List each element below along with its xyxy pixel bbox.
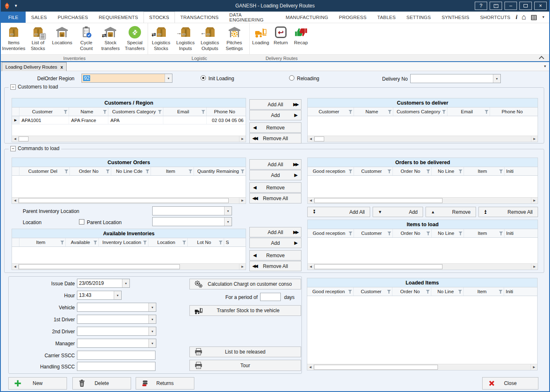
filter-icon[interactable] (219, 241, 222, 244)
scroll-left-icon[interactable]: ◀ (12, 264, 19, 270)
location-combo[interactable]: ▼ (152, 217, 232, 226)
filter-icon[interactable] (485, 110, 488, 114)
scroll-right-icon[interactable]: ▶ (239, 136, 246, 142)
items-inventories-button[interactable]: Items Inventories (2, 24, 26, 52)
scrollbar-thumb[interactable] (314, 136, 324, 141)
apps-icon[interactable] (530, 14, 538, 21)
col-good-reception[interactable]: Good reception (308, 167, 354, 175)
hour-combo[interactable]: 13:43 ▼ (77, 291, 122, 300)
scroll-right-icon[interactable]: ▶ (531, 136, 538, 142)
scrollbar-thumb[interactable] (19, 264, 180, 269)
new-button[interactable]: New (8, 377, 67, 390)
pin-button[interactable]: ↑ (490, 2, 502, 10)
combo-arrow-icon[interactable]: ▼ (493, 74, 500, 83)
filter-icon[interactable] (64, 110, 67, 114)
recap-button[interactable]: Recap (291, 24, 311, 46)
menu-purchases[interactable]: PURCHASES (52, 12, 93, 23)
inventories-remove-button[interactable]: ◀Remove (249, 250, 301, 261)
scrollbar-thumb[interactable] (314, 198, 442, 203)
table-row[interactable]: ▶ APA1001 APA France APA 02 03 04 05 06 (12, 116, 246, 124)
col-quantity-remaining[interactable]: Quantity Remaining (194, 167, 246, 175)
scroll-left-icon[interactable]: ◀ (308, 198, 314, 203)
combo-arrow-icon[interactable]: ▼ (148, 315, 156, 323)
minimize-button[interactable]: – (505, 2, 517, 10)
inventories-add-button[interactable]: Add▶ (249, 238, 301, 248)
parent-location-checkbox[interactable] (79, 219, 84, 225)
filter-icon[interactable] (103, 110, 107, 114)
inventories-remove-all-button[interactable]: ◀◀Remove All (249, 261, 301, 271)
customers-add-button[interactable]: Add▶ (249, 110, 301, 120)
col-no-line[interactable]: No Line (431, 287, 464, 296)
items-add-button[interactable]: ▼Add (373, 207, 423, 217)
col-inventory-location[interactable]: Inventory Location (99, 238, 148, 246)
col-item[interactable]: Item (464, 287, 504, 296)
col-item[interactable]: Item (151, 167, 194, 175)
col-order-no[interactable]: Order No (393, 167, 432, 175)
combo-arrow-icon[interactable]: ▼ (165, 74, 172, 82)
scroll-right-icon[interactable]: ▶ (531, 364, 537, 370)
filter-icon[interactable] (60, 241, 64, 244)
combo-arrow-icon[interactable]: ▼ (148, 327, 156, 335)
horizontal-scrollbar[interactable]: ◀ ▶ (308, 197, 538, 203)
manager-combo[interactable]: ▼ (77, 339, 156, 348)
second-driver-combo[interactable]: ▼ (77, 327, 156, 336)
filter-icon[interactable] (388, 110, 392, 114)
menu-transactions[interactable]: TRANSACTIONS (175, 12, 224, 23)
menu-data-engineering[interactable]: DATA ENGINEERING (224, 12, 280, 23)
filter-icon[interactable] (387, 290, 391, 294)
vehicle-combo[interactable]: ▼ (77, 303, 156, 312)
col-order-no[interactable]: Order No (393, 229, 432, 237)
filter-icon[interactable] (387, 170, 391, 173)
menu-file[interactable]: FILE (1, 12, 26, 23)
filter-icon[interactable] (65, 170, 68, 173)
parent-inventory-location-combo[interactable]: ▼ (152, 206, 232, 215)
list-to-be-released-button[interactable]: List to be released (189, 347, 301, 357)
combo-arrow-icon[interactable]: ▼ (122, 279, 129, 287)
menu-stocks[interactable]: STOCKS (143, 12, 175, 23)
scroll-right-icon[interactable]: ▶ (531, 264, 538, 270)
filter-icon[interactable] (189, 170, 192, 173)
filter-icon[interactable] (201, 110, 205, 114)
col-customer[interactable]: Customer (308, 108, 354, 116)
filter-icon[interactable] (387, 232, 391, 235)
combo-arrow-icon[interactable]: ▼ (114, 291, 121, 299)
menu-manufacturing[interactable]: MANUFACTURING (280, 12, 334, 23)
col-good-reception[interactable]: Good reception (308, 229, 354, 237)
col-order-no[interactable]: Order No (392, 287, 431, 296)
col-customer[interactable]: Customer (354, 229, 393, 237)
col-order-no[interactable]: Order No (70, 167, 111, 175)
logistics-stocks-button[interactable]: ⇄ Logistics Stocks (149, 24, 173, 52)
menu-requirements[interactable]: REQUIREMENTS (93, 12, 143, 23)
returns-button[interactable]: Returns (136, 377, 194, 390)
special-transfers-button[interactable]: ⇄ Special Transfers (123, 24, 147, 52)
scroll-right-icon[interactable]: ▶ (239, 198, 246, 203)
col-item[interactable]: Item (464, 229, 505, 237)
issue-date-combo[interactable]: 23/05/2019 ▼ (77, 279, 130, 288)
scroll-left-icon[interactable]: ◀ (308, 136, 314, 142)
scroll-left-icon[interactable]: ◀ (307, 364, 314, 370)
scrollbar-thumb[interactable] (19, 198, 229, 203)
col-customer[interactable]: Customer (19, 108, 69, 116)
filter-icon[interactable] (146, 170, 149, 173)
orders-remove-all-button[interactable]: ◀◀Remove All (249, 193, 301, 203)
tab-loading-delivery-routes[interactable]: Loading Delivery Routes x (2, 62, 67, 71)
delivery-no-combo[interactable]: ▼ (410, 74, 501, 83)
period-days-input[interactable] (260, 293, 281, 301)
maximize-button[interactable] (519, 2, 532, 10)
filter-icon[interactable] (348, 290, 352, 294)
filter-icon[interactable] (106, 170, 110, 173)
reloading-radio[interactable] (289, 75, 294, 81)
col-item[interactable]: Item (19, 238, 66, 246)
scrollbar-thumb[interactable] (314, 365, 438, 370)
logistics-outputs-button[interactable]: ← Logistics Outputs (198, 24, 222, 52)
col-phone-no[interactable]: Phone No (207, 108, 246, 116)
logistics-inputs-button[interactable]: → Logistics Inputs (173, 24, 198, 52)
scroll-left-icon[interactable]: ◀ (12, 198, 19, 203)
col-name[interactable]: Name (354, 108, 393, 116)
orders-add-all-button[interactable]: Add All▶▶ (249, 159, 301, 170)
horizontal-scrollbar[interactable]: ◀ ▶ (12, 136, 246, 142)
info-icon[interactable]: i (516, 14, 517, 21)
tour-button[interactable]: Tour (189, 360, 301, 371)
filter-icon[interactable] (93, 241, 97, 244)
inventories-add-all-button[interactable]: Add All▶▶ (249, 227, 301, 237)
